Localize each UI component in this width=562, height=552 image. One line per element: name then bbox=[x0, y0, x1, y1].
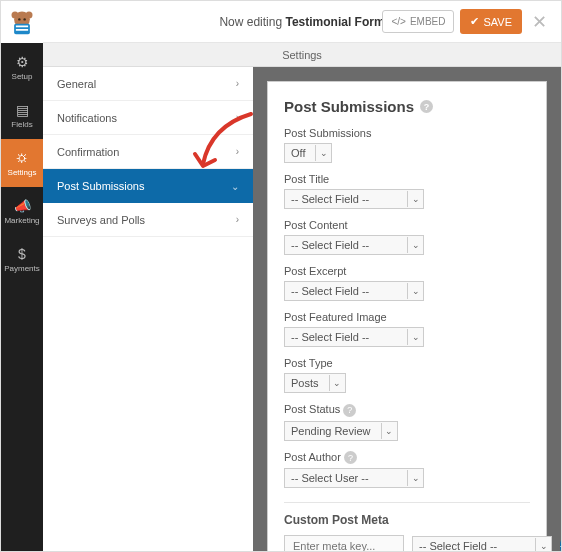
save-label: SAVE bbox=[483, 16, 512, 28]
tab-marketing[interactable]: 📣 Marketing bbox=[1, 187, 43, 235]
tab-label: Settings bbox=[8, 168, 37, 177]
field-label: Post Author ? bbox=[284, 451, 530, 465]
meta-key-input[interactable] bbox=[284, 535, 404, 551]
post-title-select[interactable]: -- Select Field -- ⌄ bbox=[284, 189, 424, 209]
chevron-down-icon: ⌄ bbox=[231, 181, 239, 192]
post-featured-select[interactable]: -- Select Field -- ⌄ bbox=[284, 327, 424, 347]
help-icon[interactable]: ? bbox=[344, 451, 357, 464]
sliders-icon: ⛭ bbox=[15, 150, 29, 166]
menu-label: Post Submissions bbox=[57, 180, 144, 192]
field-post-submissions: Post Submissions Off ⌄ bbox=[284, 127, 530, 163]
menu-item-notifications[interactable]: Notifications › bbox=[43, 101, 253, 135]
chevron-down-icon: ⌄ bbox=[407, 329, 423, 345]
select-value: -- Select Field -- bbox=[419, 540, 497, 551]
tab-label: Marketing bbox=[4, 216, 39, 225]
menu-item-surveys-polls[interactable]: Surveys and Polls › bbox=[43, 203, 253, 237]
tab-label: Payments bbox=[4, 264, 40, 273]
field-label: Post Excerpt bbox=[284, 265, 530, 277]
tab-setup[interactable]: ⚙ Setup bbox=[1, 43, 43, 91]
select-value: -- Select Field -- bbox=[291, 239, 369, 251]
tab-payments[interactable]: $ Payments bbox=[1, 235, 43, 283]
form-icon: ▤ bbox=[16, 102, 29, 118]
check-icon: ✔ bbox=[470, 15, 479, 28]
menu-label: Confirmation bbox=[57, 146, 119, 158]
svg-point-1 bbox=[12, 12, 19, 19]
tab-settings[interactable]: ⛭ Settings bbox=[1, 139, 43, 187]
post-excerpt-select[interactable]: -- Select Field -- ⌄ bbox=[284, 281, 424, 301]
select-value: -- Select User -- bbox=[291, 472, 369, 484]
chevron-right-icon: › bbox=[236, 214, 239, 225]
post-status-select[interactable]: Pending Review ⌄ bbox=[284, 421, 398, 441]
post-submissions-select[interactable]: Off ⌄ bbox=[284, 143, 332, 163]
panel-title: Post Submissions ? bbox=[284, 98, 530, 115]
select-value: Off bbox=[291, 147, 305, 159]
field-label: Post Type bbox=[284, 357, 530, 369]
divider bbox=[284, 502, 530, 503]
label-text: Post Status bbox=[284, 403, 340, 415]
field-label: Post Submissions bbox=[284, 127, 530, 139]
chevron-down-icon: ⌄ bbox=[381, 423, 397, 439]
field-post-status: Post Status ? Pending Review ⌄ bbox=[284, 403, 530, 441]
embed-button[interactable]: </> EMBED bbox=[382, 10, 454, 33]
field-post-content: Post Content -- Select Field -- ⌄ bbox=[284, 219, 530, 255]
svg-rect-5 bbox=[16, 29, 28, 31]
chevron-down-icon: ⌄ bbox=[329, 375, 345, 391]
form-name: Testimonial Form bbox=[285, 15, 384, 29]
add-meta-button[interactable]: + bbox=[560, 538, 561, 551]
chevron-right-icon: › bbox=[236, 112, 239, 123]
select-value: Pending Review bbox=[291, 425, 371, 437]
help-icon[interactable]: ? bbox=[420, 100, 433, 113]
gear-icon: ⚙ bbox=[16, 54, 29, 70]
chevron-down-icon: ⌄ bbox=[315, 145, 331, 161]
field-post-featured-image: Post Featured Image -- Select Field -- ⌄ bbox=[284, 311, 530, 347]
post-author-select[interactable]: -- Select User -- ⌄ bbox=[284, 468, 424, 488]
close-icon[interactable]: ✕ bbox=[528, 11, 551, 33]
post-content-select[interactable]: -- Select Field -- ⌄ bbox=[284, 235, 424, 255]
select-value: -- Select Field -- bbox=[291, 193, 369, 205]
select-value: -- Select Field -- bbox=[291, 285, 369, 297]
field-post-title: Post Title -- Select Field -- ⌄ bbox=[284, 173, 530, 209]
field-post-author: Post Author ? -- Select User -- ⌄ bbox=[284, 451, 530, 489]
settings-header: Settings bbox=[43, 43, 561, 67]
menu-label: Surveys and Polls bbox=[57, 214, 145, 226]
meta-field-select[interactable]: -- Select Field -- ⌄ bbox=[412, 536, 552, 551]
field-post-excerpt: Post Excerpt -- Select Field -- ⌄ bbox=[284, 265, 530, 301]
post-submissions-panel: Post Submissions ? Post Submissions Off … bbox=[267, 81, 547, 551]
menu-item-general[interactable]: General › bbox=[43, 67, 253, 101]
custom-meta-row: -- Select Field -- ⌄ + bbox=[284, 535, 530, 551]
select-value: -- Select Field -- bbox=[291, 331, 369, 343]
field-label: Post Status ? bbox=[284, 403, 530, 417]
editing-prefix: Now editing bbox=[219, 15, 285, 29]
custom-meta-heading: Custom Post Meta bbox=[284, 513, 530, 527]
dollar-icon: $ bbox=[18, 246, 26, 262]
help-icon[interactable]: ? bbox=[343, 404, 356, 417]
post-type-select[interactable]: Posts ⌄ bbox=[284, 373, 346, 393]
svg-point-6 bbox=[18, 18, 20, 20]
tab-label: Setup bbox=[12, 72, 33, 81]
settings-menu: General › Notifications › Confirmation ›… bbox=[43, 67, 253, 551]
field-label: Post Title bbox=[284, 173, 530, 185]
left-iconbar: ⚙ Setup ▤ Fields ⛭ Settings 📣 Marketing … bbox=[1, 1, 43, 551]
menu-item-confirmation[interactable]: Confirmation › bbox=[43, 135, 253, 169]
save-button[interactable]: ✔ SAVE bbox=[460, 9, 522, 34]
menu-label: General bbox=[57, 78, 96, 90]
tab-fields[interactable]: ▤ Fields bbox=[1, 91, 43, 139]
topbar: Now editing Testimonial Form </> EMBED ✔… bbox=[43, 1, 561, 43]
code-icon: </> bbox=[391, 16, 405, 27]
field-label: Post Featured Image bbox=[284, 311, 530, 323]
field-label: Post Content bbox=[284, 219, 530, 231]
chevron-right-icon: › bbox=[236, 146, 239, 157]
label-text: Post Author bbox=[284, 451, 341, 463]
chevron-down-icon: ⌄ bbox=[407, 283, 423, 299]
page-title: Now editing Testimonial Form bbox=[219, 15, 384, 29]
svg-point-2 bbox=[26, 12, 33, 19]
settings-label: Settings bbox=[282, 49, 322, 61]
menu-item-post-submissions[interactable]: Post Submissions ⌄ bbox=[43, 169, 253, 203]
svg-point-7 bbox=[23, 18, 25, 20]
bullhorn-icon: 📣 bbox=[14, 198, 31, 214]
plus-icon: + bbox=[560, 540, 561, 551]
select-value: Posts bbox=[291, 377, 319, 389]
wpforms-logo bbox=[1, 1, 43, 43]
embed-label: EMBED bbox=[410, 16, 446, 27]
chevron-down-icon: ⌄ bbox=[535, 538, 551, 551]
